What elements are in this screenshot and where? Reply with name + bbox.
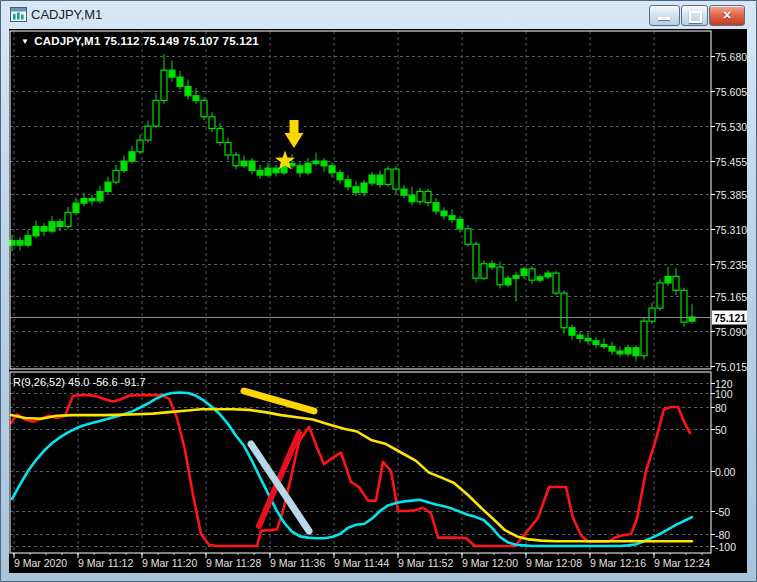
candle-body bbox=[489, 264, 495, 267]
minimize-button[interactable] bbox=[649, 5, 680, 26]
candle-body bbox=[601, 345, 607, 347]
candle-body bbox=[529, 269, 535, 280]
candle-body bbox=[17, 240, 23, 245]
time-axis-label: 9 Mar 2020 bbox=[14, 557, 67, 569]
price-axis-label: 75.310 bbox=[715, 224, 747, 236]
candle-body bbox=[265, 168, 271, 175]
candle-body bbox=[33, 226, 39, 235]
candle-body bbox=[409, 195, 415, 202]
candle-body bbox=[377, 175, 383, 184]
candle-body bbox=[25, 236, 31, 245]
indicator-axis-label: -100 bbox=[715, 541, 736, 553]
ohlc-symbol: CADJPY,M1 bbox=[34, 35, 100, 47]
candle-body bbox=[561, 293, 567, 328]
candle-body bbox=[193, 96, 199, 101]
candle-body bbox=[257, 170, 263, 175]
candle-body bbox=[481, 264, 487, 278]
price-chart[interactable]: 75.68075.60575.53075.45575.38575.31075.2… bbox=[9, 29, 747, 573]
price-axis-label: 75.090 bbox=[715, 326, 747, 338]
candle-body bbox=[497, 267, 503, 285]
candle-body bbox=[625, 348, 631, 354]
candle-body bbox=[513, 275, 519, 278]
candle-body bbox=[537, 277, 543, 280]
candle-body bbox=[49, 222, 55, 231]
candle-body bbox=[73, 203, 79, 212]
price-axis-label: 75.455 bbox=[715, 156, 747, 168]
candle-body bbox=[649, 308, 655, 321]
candle-body bbox=[521, 269, 527, 276]
candle-body bbox=[585, 338, 591, 340]
restore-button[interactable] bbox=[681, 5, 708, 26]
candle-body bbox=[105, 182, 111, 191]
candles-layer bbox=[9, 54, 695, 362]
candle-body bbox=[545, 273, 551, 277]
price-axis-label: 75.530 bbox=[715, 121, 747, 133]
candle-body bbox=[385, 169, 391, 184]
candle-body bbox=[553, 273, 559, 293]
candle-body bbox=[369, 175, 375, 183]
close-button[interactable]: × bbox=[709, 5, 745, 26]
ohlc-values: 75.112 75.149 75.107 75.121 bbox=[104, 35, 259, 47]
time-axis-label: 9 Mar 11:36 bbox=[270, 557, 325, 569]
time-axis-label: 9 Mar 11:28 bbox=[206, 557, 261, 569]
indicator-panel-border bbox=[10, 372, 711, 553]
candle-body bbox=[209, 117, 215, 129]
trendline-object-0[interactable] bbox=[244, 391, 314, 411]
main-chart-border bbox=[10, 31, 711, 369]
indicator-axis-label: 100 bbox=[715, 388, 733, 400]
candle-body bbox=[473, 244, 479, 278]
title-bar[interactable]: CADJPY,M1 × bbox=[1, 1, 756, 29]
price-axis-label: 75.165 bbox=[715, 291, 747, 303]
price-axis-label: 75.235 bbox=[715, 259, 747, 271]
indicator-name-label: R(9,26,52) 45.0 -56.6 -91.7 bbox=[13, 376, 146, 388]
candle-body bbox=[169, 70, 175, 77]
indicator-axis-label: 50 bbox=[715, 424, 727, 436]
candle-body bbox=[145, 126, 151, 140]
candle-body bbox=[217, 128, 223, 142]
time-axis-label: 9 Mar 11:12 bbox=[78, 557, 133, 569]
window-title: CADJPY,M1 bbox=[31, 7, 102, 22]
candle-body bbox=[137, 140, 143, 152]
candle-body bbox=[417, 191, 423, 201]
time-axis-label: 9 Mar 12:24 bbox=[654, 557, 710, 569]
time-axis-label: 9 Mar 11:52 bbox=[398, 557, 453, 569]
indicator-axis-label: 0.00 bbox=[715, 466, 736, 478]
minimize-icon bbox=[658, 17, 670, 20]
candle-body bbox=[297, 166, 303, 173]
chart-client-area: 75.68075.60575.53075.45575.38575.31075.2… bbox=[9, 29, 747, 573]
time-axis-label: 9 Mar 12:00 bbox=[462, 557, 518, 569]
current-price-text: 75.121 bbox=[714, 312, 746, 324]
candle-body bbox=[401, 189, 407, 195]
candle-body bbox=[321, 161, 327, 166]
candle-body bbox=[81, 198, 87, 203]
candle-body bbox=[457, 219, 463, 228]
candle-body bbox=[449, 216, 455, 220]
symbol-dropdown-icon[interactable]: ▼ bbox=[21, 37, 29, 46]
candle-body bbox=[249, 161, 255, 170]
candle-body bbox=[617, 351, 623, 354]
drawing-objects-layer[interactable] bbox=[244, 120, 314, 531]
chart-window: CADJPY,M1 × 75.68075.60575.53075.45575.3… bbox=[0, 0, 757, 582]
time-axis-label: 9 Mar 11:44 bbox=[334, 557, 389, 569]
candle-body bbox=[201, 100, 207, 116]
candle-body bbox=[41, 226, 47, 231]
candle-body bbox=[329, 166, 335, 173]
candle-body bbox=[337, 173, 343, 180]
candle-body bbox=[113, 170, 119, 182]
candle-body bbox=[433, 203, 439, 211]
candle-body bbox=[129, 152, 135, 161]
candle-body bbox=[593, 341, 599, 345]
candle-body bbox=[505, 278, 511, 285]
candle-body bbox=[657, 283, 663, 308]
candle-body bbox=[577, 335, 583, 338]
candle-body bbox=[97, 191, 103, 200]
time-axis-label: 9 Mar 12:16 bbox=[590, 557, 646, 569]
candle-body bbox=[633, 348, 639, 356]
candle-body bbox=[673, 276, 679, 290]
candle-body bbox=[121, 161, 127, 170]
candle-body bbox=[345, 180, 351, 187]
ohlc-readout: ▼CADJPY,M1 75.112 75.149 75.107 75.121 bbox=[21, 35, 259, 47]
candle-body bbox=[305, 163, 311, 172]
candle-body bbox=[569, 328, 575, 335]
candle-body bbox=[393, 169, 399, 189]
